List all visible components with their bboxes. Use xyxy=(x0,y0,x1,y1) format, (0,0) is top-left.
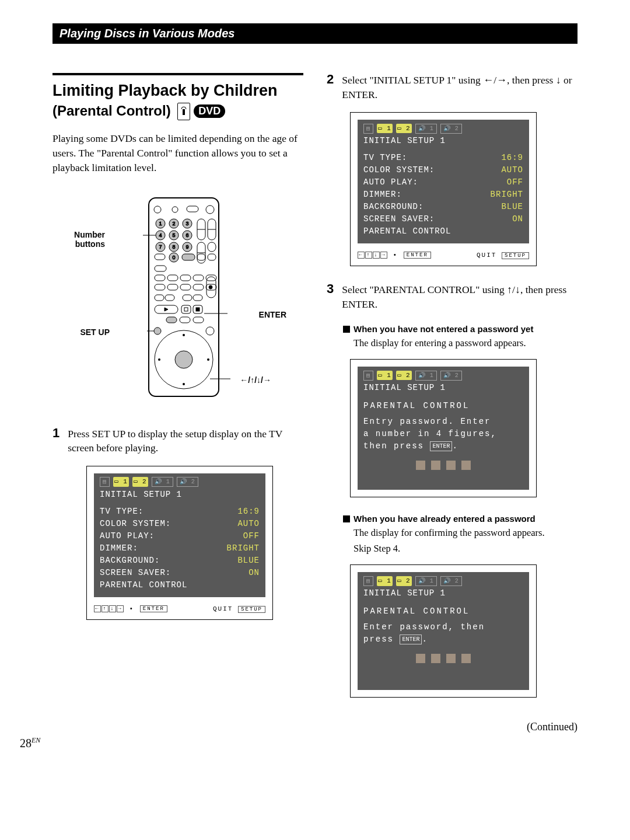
osd-iconbar: ▤ ▭ 1 ▭ 2 🔊 1 🔊 2 xyxy=(363,576,523,586)
osd-iconbar: ▤ ▭ 1 ▭ 2 🔊 1 🔊 2 xyxy=(100,477,260,487)
password-boxes xyxy=(363,461,523,470)
subbody-existing-password-b: Skip Step 4. xyxy=(354,542,578,555)
step-1-text: Press SET UP to display the setup displa… xyxy=(68,427,303,455)
osd-row: TV TYPE:16:9 xyxy=(100,506,260,518)
osd-msg: Enter password, then press ENTER. xyxy=(363,621,523,646)
square-bullet-icon xyxy=(343,515,350,522)
step-2: 2 Select "INITIAL SETUP 1" using ←/→, th… xyxy=(327,73,578,102)
page-title: Limiting Playback by Children (Parental … xyxy=(52,81,303,121)
subbody-new-password: The display for entering a password appe… xyxy=(354,336,578,350)
subhead-new-password: When you have not entered a password yet xyxy=(343,324,578,334)
svg-text:6: 6 xyxy=(186,232,188,238)
svg-text:7: 7 xyxy=(159,244,162,250)
step-3: 3 Select "PARENTAL CONTROL" using ↑/↓, t… xyxy=(327,283,578,311)
svg-point-67 xyxy=(183,334,185,336)
svg-point-69 xyxy=(158,358,160,361)
title-line2: (Parental Control) xyxy=(52,103,171,118)
osd-title: INITIAL SETUP 1 xyxy=(363,382,523,394)
page-number: 28EN xyxy=(20,736,40,750)
svg-text:5: 5 xyxy=(172,232,175,238)
svg-text:4: 4 xyxy=(159,232,162,238)
label-setup: SET UP xyxy=(66,327,110,337)
osd-title: INITIAL SETUP 1 xyxy=(100,489,260,501)
dvd-badge: DVD xyxy=(194,104,225,118)
osd-msg: Entry password. Enter a number in 4 figu… xyxy=(363,416,523,452)
osd-subtitle: PARENTAL CONTROL xyxy=(363,605,523,618)
label-enter: ENTER xyxy=(259,310,286,319)
step-2-text: Select "INITIAL SETUP 1" using ←/→, then… xyxy=(342,73,578,102)
svg-rect-24 xyxy=(155,254,165,260)
osd-row: TV TYPE:16:9 xyxy=(363,152,523,164)
svg-text:1: 1 xyxy=(159,221,162,226)
osd-subtitle: PARENTAL CONTROL xyxy=(363,400,523,412)
step-1: 1 Press SET UP to display the setup disp… xyxy=(52,427,303,455)
osd-screen-password-new: ▤ ▭ 1 ▭ 2 🔊 1 🔊 2 INITIAL SETUP 1 PARENT… xyxy=(350,359,537,497)
osd-footer: ←↑↓→ • ENTER QUIT SETUP xyxy=(94,605,265,612)
svg-rect-34 xyxy=(182,254,195,260)
osd-title: INITIAL SETUP 1 xyxy=(363,587,523,599)
svg-text:2: 2 xyxy=(172,221,175,226)
svg-text:9: 9 xyxy=(186,244,188,250)
osd-row: PARENTAL CONTROL xyxy=(100,579,260,591)
svg-rect-59 xyxy=(196,308,200,311)
osd-row: PARENTAL CONTROL xyxy=(363,225,523,238)
osd-iconbar: ▤ ▭ 1 ▭ 2 🔊 1 🔊 2 xyxy=(363,370,523,381)
svg-text:0: 0 xyxy=(172,255,175,260)
step-3-text: Select "PARENTAL CONTROL" using ↑/↓, the… xyxy=(342,283,578,311)
remote-svg: 1 2 3 4 5 6 7 8 9 0 xyxy=(111,193,245,403)
osd-row: BACKGROUND:BLUE xyxy=(100,555,260,567)
title-line1: Limiting Playback by Children xyxy=(52,82,278,99)
subhead-existing-password: When you have already entered a password xyxy=(343,514,578,524)
svg-text:8: 8 xyxy=(172,244,175,250)
osd-row: COLOR SYSTEM:AUTO xyxy=(100,518,260,530)
remote-badge-icon xyxy=(177,103,190,120)
label-arrow-keys: ←/↑/↓/→ xyxy=(240,375,271,385)
svg-point-48 xyxy=(209,285,212,289)
label-number-buttons: Number buttons xyxy=(61,230,105,249)
osd-screen-1: ▤ ▭ 1 ▭ 2 🔊 1 🔊 2 INITIAL SETUP 1 TV TYP… xyxy=(86,466,273,620)
square-bullet-icon xyxy=(343,326,350,333)
step-1-number: 1 xyxy=(52,427,60,440)
osd-row: DIMMER:BRIGHT xyxy=(363,189,523,201)
intro-paragraph: Playing some DVDs can be limited dependi… xyxy=(52,131,303,176)
remote-figure: Number buttons SET UP ENTER ←/↑/↓/→ 1 2 … xyxy=(73,193,283,403)
step-2-number: 2 xyxy=(327,73,334,86)
password-boxes xyxy=(363,654,523,663)
svg-point-70 xyxy=(207,358,209,361)
osd-row: AUTO PLAY:OFF xyxy=(100,530,260,542)
osd-row: SCREEN SAVER:ON xyxy=(363,213,523,225)
osd-row: COLOR SYSTEM:AUTO xyxy=(363,164,523,176)
svg-point-68 xyxy=(183,383,185,385)
osd-row: BACKGROUND:BLUE xyxy=(363,201,523,213)
osd-row: SCREEN SAVER:ON xyxy=(100,567,260,579)
svg-rect-60 xyxy=(166,317,177,323)
osd-row: AUTO PLAY:OFF xyxy=(363,176,523,189)
subbody-existing-password-a: The display for confirming the password … xyxy=(354,526,578,539)
osd-screen-2: ▤ ▭ 1 ▭ 2 🔊 1 🔊 2 INITIAL SETUP 1 TV TYP… xyxy=(350,112,537,266)
step-3-number: 3 xyxy=(327,283,334,295)
osd-row: DIMMER:BRIGHT xyxy=(100,542,260,555)
osd-iconbar: ▤ ▭ 1 ▭ 2 🔊 1 🔊 2 xyxy=(363,123,523,134)
svg-point-66 xyxy=(175,351,192,368)
svg-rect-0 xyxy=(183,109,185,115)
section-header: Playing Discs in Various Modes xyxy=(52,23,578,44)
svg-point-63 xyxy=(154,327,161,334)
osd-title: INITIAL SETUP 1 xyxy=(363,135,523,147)
title-rule xyxy=(52,73,303,75)
osd-footer: ←↑↓→ • ENTER QUIT SETUP xyxy=(358,252,529,259)
svg-text:3: 3 xyxy=(186,221,188,226)
continued-label: (Continued) xyxy=(327,721,578,733)
osd-screen-password-existing: ▤ ▭ 1 ▭ 2 🔊 1 🔊 2 INITIAL SETUP 1 PARENT… xyxy=(350,564,537,698)
